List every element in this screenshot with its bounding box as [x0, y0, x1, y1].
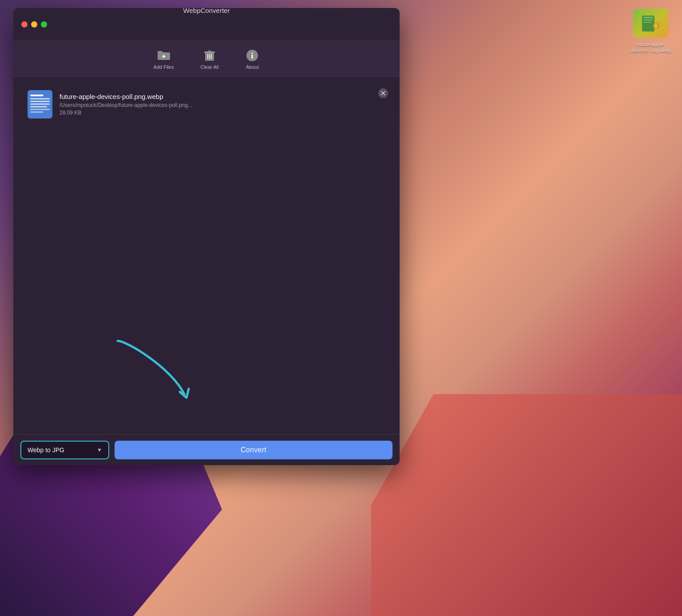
- toolbar: Add Files Clear All: [13, 41, 400, 77]
- svg-rect-21: [30, 103, 50, 105]
- svg-rect-23: [30, 109, 50, 110]
- app-window: WebpConverter Add Files: [13, 8, 400, 465]
- title-bar: WebpConverter: [13, 8, 400, 41]
- about-label: About: [246, 64, 259, 70]
- about-icon: [245, 48, 259, 63]
- file-size: 28.09 KB: [59, 110, 385, 116]
- desktop-icon-label: future-apple-devices-...ng.webp: [629, 41, 673, 54]
- svg-rect-3: [643, 22, 651, 23]
- format-dropdown[interactable]: Webp to JPG ▼: [20, 441, 109, 459]
- svg-point-15: [252, 52, 253, 54]
- desktop-file-icon[interactable]: i future-apple-devices-...ng.webp: [629, 9, 673, 54]
- file-remove-button[interactable]: [378, 88, 388, 98]
- add-files-label: Add Files: [154, 64, 174, 70]
- window-title: WebpConverter: [183, 8, 230, 14]
- toolbar-add-files[interactable]: Add Files: [154, 48, 174, 70]
- convert-button[interactable]: Convert: [115, 441, 393, 459]
- format-dropdown-value: Webp to JPG: [28, 446, 64, 454]
- add-files-icon: [157, 48, 171, 63]
- arrow-annotation: [91, 332, 202, 399]
- svg-rect-16: [252, 55, 253, 59]
- desktop-icon-thumbnail: i: [633, 9, 669, 38]
- maximize-button[interactable]: [41, 21, 47, 28]
- svg-point-4: [653, 22, 660, 29]
- svg-rect-20: [30, 101, 50, 102]
- file-item: future-apple-devices-poll.png.webp /User…: [20, 84, 393, 125]
- desktop-decoration-right: [371, 394, 682, 616]
- svg-rect-22: [30, 106, 47, 107]
- close-button[interactable]: [21, 21, 28, 28]
- file-type-icon: [28, 90, 52, 118]
- toolbar-about[interactable]: About: [245, 48, 259, 70]
- toolbar-clear-all[interactable]: Clear All: [200, 48, 218, 70]
- file-info: future-apple-devices-poll.png.webp /User…: [59, 93, 385, 116]
- window-controls: [21, 21, 47, 28]
- file-list-area: future-apple-devices-poll.png.webp /User…: [13, 77, 400, 434]
- clear-all-icon: [202, 48, 217, 63]
- chevron-down-icon: ▼: [97, 447, 102, 453]
- bottom-bar: Webp to JPG ▼ Convert: [13, 434, 400, 465]
- svg-rect-1: [643, 17, 653, 18]
- svg-rect-2: [643, 20, 653, 20]
- svg-text:i: i: [655, 24, 657, 28]
- file-path: /Users/mpotuck/Desktop/future-apple-devi…: [59, 102, 385, 108]
- clear-all-label: Clear All: [200, 64, 218, 70]
- svg-rect-10: [204, 51, 215, 53]
- minimize-button[interactable]: [31, 21, 37, 28]
- svg-rect-24: [30, 111, 44, 113]
- svg-rect-19: [30, 98, 50, 99]
- file-name: future-apple-devices-poll.png.webp: [59, 93, 385, 100]
- svg-rect-18: [30, 95, 44, 96]
